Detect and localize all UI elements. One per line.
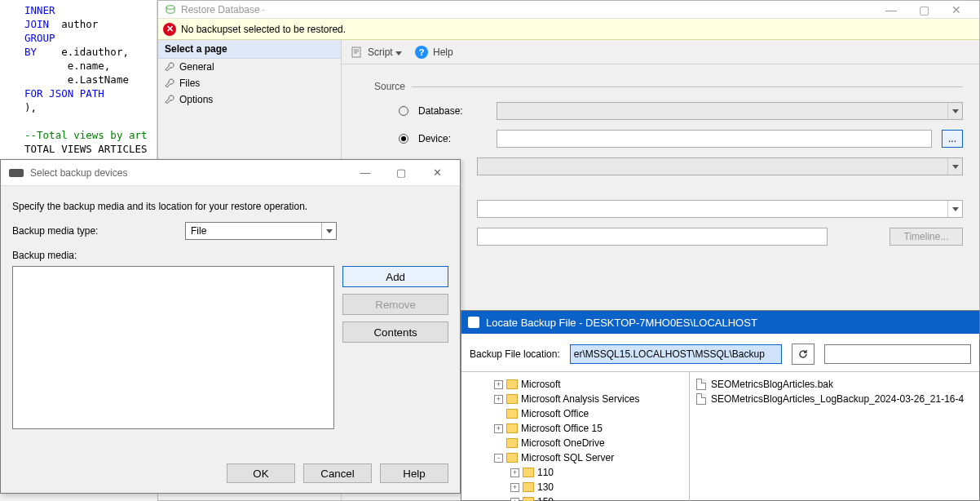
device-sub-combo[interactable] (477, 157, 963, 175)
device-radio[interactable] (399, 134, 408, 144)
folder-icon (523, 468, 534, 477)
chevron-down-icon (952, 109, 959, 113)
tree-node-label: Microsoft SQL Server (521, 452, 614, 463)
destination-db-combo[interactable] (477, 200, 963, 218)
folder-icon (506, 379, 518, 389)
expand-icon[interactable]: + (510, 468, 519, 477)
device-textbox[interactable] (497, 130, 932, 148)
lbf-titlebar: Locate Backup File - DESKTOP-7MHO0ES\LOC… (461, 311, 979, 334)
help-icon: ? (415, 46, 428, 59)
collapse-icon[interactable]: - (494, 454, 503, 463)
file-name: SEOMetricsBlogArticles.bak (711, 379, 833, 390)
tree-node-label: Microsoft Office (521, 408, 589, 419)
expand-icon[interactable] (494, 410, 503, 419)
tree-node[interactable]: Microsoft Office (465, 406, 686, 421)
timeline-button[interactable]: Timeline... (890, 228, 963, 246)
select-a-page-header: Select a page (158, 40, 341, 59)
expand-icon[interactable]: + (510, 483, 519, 492)
expand-icon[interactable]: + (494, 380, 503, 389)
chevron-down-icon (952, 165, 959, 169)
page-label: General (179, 61, 214, 73)
restore-to-textbox[interactable] (477, 228, 828, 246)
restore-to-label: re: (374, 252, 963, 273)
tree-node[interactable]: +150 (465, 494, 686, 501)
minimize-button[interactable]: — (875, 3, 907, 16)
contents-button[interactable]: Contents (342, 321, 448, 343)
media-type-combo[interactable]: File (185, 222, 337, 240)
close-button[interactable]: ✕ (422, 166, 452, 179)
tree-node-label: Microsoft Analysis Services (521, 393, 639, 405)
tree-node-label: 150 (537, 496, 554, 501)
tree-node-label: Microsoft (521, 379, 561, 390)
page-item-general[interactable]: General (158, 59, 341, 75)
lbf-title-text: Locate Backup File - DESKTOP-7MHO0ES\LOC… (486, 317, 757, 329)
tree-node[interactable]: Microsoft OneDrive (465, 436, 686, 450)
tree-node[interactable]: +130 (465, 480, 686, 494)
minimize-button[interactable]: — (351, 166, 380, 179)
tree-node-label: Microsoft OneDrive (521, 437, 605, 449)
expand-icon[interactable]: + (510, 498, 519, 502)
expand-icon[interactable]: + (494, 424, 503, 433)
select-backup-devices-dialog: Select backup devices — ▢ ✕ Specify the … (0, 159, 461, 494)
tree-node[interactable]: +Microsoft Office 15 (465, 421, 686, 436)
device-icon (9, 169, 24, 177)
tree-node-label: 130 (537, 481, 554, 493)
file-item[interactable]: SEOMetricsBlogArticles.bak (696, 377, 973, 392)
backup-media-list[interactable] (12, 266, 334, 429)
script-dropdown[interactable]: Script (368, 47, 402, 58)
database-icon (468, 317, 479, 328)
chevron-down-icon (326, 229, 333, 233)
chevron-down-icon (395, 51, 402, 55)
refresh-button[interactable] (792, 344, 814, 365)
help-button[interactable]: Help (380, 463, 448, 483)
add-button[interactable]: Add (342, 266, 448, 287)
page-item-files[interactable]: Files (158, 75, 341, 91)
tree-node[interactable]: -Microsoft SQL Server (465, 450, 686, 465)
wrench-icon (165, 95, 174, 104)
path-label: Backup File location: (470, 348, 560, 360)
folder-icon (506, 453, 518, 463)
expand-icon[interactable] (494, 439, 503, 448)
sbd-titlebar: Select backup devices — ▢ ✕ (1, 160, 460, 186)
help-link[interactable]: Help (433, 47, 453, 58)
folder-icon (523, 482, 534, 492)
device-browse-button[interactable]: ... (942, 130, 963, 148)
page-item-options[interactable]: Options (158, 91, 341, 108)
error-icon: ✕ (163, 23, 176, 36)
database-label: Database: (418, 105, 487, 117)
close-button[interactable]: ✕ (940, 3, 973, 16)
tree-node[interactable]: +110 (465, 465, 686, 480)
expand-icon[interactable]: + (494, 395, 503, 404)
tree-node[interactable]: +Microsoft (465, 377, 686, 392)
tree-node-label: Microsoft Office 15 (521, 423, 603, 434)
wrench-icon (165, 62, 174, 72)
file-item[interactable]: SEOMetricsBlogArticles_LogBackup_2024-03… (696, 392, 973, 406)
sbd-instruction: Specify the backup media and its locatio… (12, 201, 448, 212)
media-type-value: File (191, 225, 206, 237)
maximize-button[interactable]: ▢ (907, 3, 940, 16)
tree-node-label: 110 (537, 467, 554, 478)
chevron-down-icon (952, 207, 959, 211)
restore-title-text: Restore Database (181, 4, 260, 16)
maximize-button[interactable]: ▢ (386, 166, 416, 179)
restore-icon (165, 4, 176, 16)
file-list[interactable]: SEOMetricsBlogArticles.bakSEOMetricsBlog… (690, 372, 979, 501)
database-combo[interactable] (497, 102, 963, 120)
tree-node[interactable]: +Microsoft Analysis Services (465, 392, 686, 406)
folder-tree[interactable]: +Microsoft+Microsoft Analysis ServicesMi… (461, 372, 690, 501)
wrench-icon (165, 78, 174, 88)
file-icon (696, 393, 706, 405)
remove-button[interactable]: Remove (342, 294, 448, 315)
cancel-button[interactable]: Cancel (303, 463, 372, 483)
search-box[interactable] (824, 344, 971, 364)
sbd-title-text: Select backup devices (30, 167, 127, 179)
svg-rect-1 (352, 47, 360, 57)
database-radio[interactable] (399, 106, 408, 116)
file-icon (696, 379, 706, 390)
restore-title-dash: - (262, 4, 265, 16)
media-type-label: Backup media type: (12, 225, 175, 237)
file-name: SEOMetricsBlogArticles_LogBackup_2024-03… (711, 393, 964, 405)
page-label: Options (179, 94, 213, 105)
path-input[interactable] (570, 344, 782, 364)
ok-button[interactable]: OK (227, 463, 295, 483)
